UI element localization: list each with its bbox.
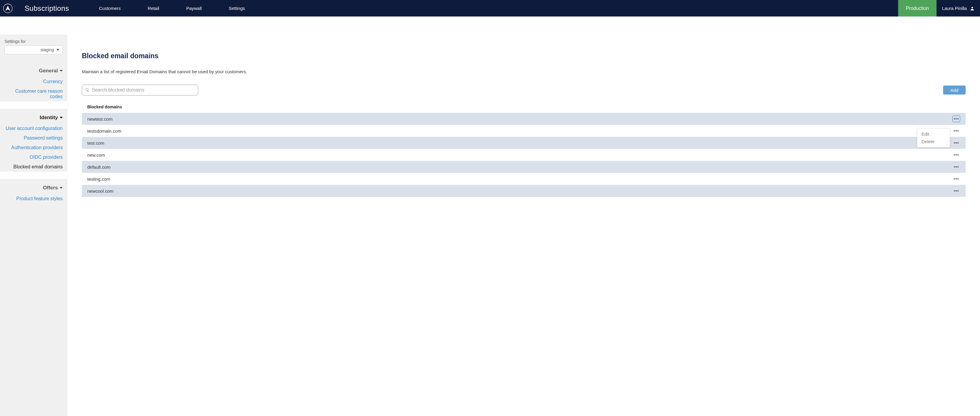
table-row: testsdomain.com ••• (82, 125, 966, 137)
sidebar-item-user-account-configuration[interactable]: User account configuration (0, 124, 67, 133)
page-title: Blocked email domains (82, 52, 966, 60)
table-row: new.com ••• (82, 149, 966, 161)
user-icon (970, 6, 975, 11)
row-actions-button[interactable]: ••• (952, 116, 960, 122)
sidebar-section-identity[interactable]: Identity (0, 108, 67, 124)
row-actions-button[interactable]: ••• (952, 175, 960, 182)
chevron-down-icon (56, 49, 59, 51)
settings-for-label: Settings for (0, 39, 67, 44)
table-row: test.com ••• (82, 137, 966, 149)
user-name: Laura Pinilla (942, 6, 967, 11)
sidebar-item-product-feature-styles[interactable]: Product feature styles (0, 194, 67, 204)
sidebar-section-identity-label: Identity (40, 115, 58, 121)
svg-point-1 (971, 6, 973, 8)
table-cell-domain: testsdomain.com (87, 129, 952, 134)
toolbar: Add (82, 84, 966, 96)
table-row: testing.com ••• (82, 173, 966, 185)
row-actions-button[interactable]: ••• (952, 128, 960, 134)
sidebar-item-blocked-email-domains[interactable]: Blocked email domains (0, 162, 67, 172)
table-row: newcool.com ••• (82, 185, 966, 197)
table-cell-domain: new.com (87, 153, 952, 158)
table-header-domain: Blocked domains (87, 104, 960, 109)
sidebar-item-password-settings[interactable]: Password settings (0, 133, 67, 143)
sidebar-item-oidc-providers[interactable]: OIDC providers (0, 153, 67, 162)
sidebar-item-authentication-providers[interactable]: Authentication providers (0, 143, 67, 153)
app-logo (3, 3, 13, 13)
nav-settings[interactable]: Settings (215, 0, 258, 16)
row-actions-button[interactable]: ••• (952, 164, 960, 170)
add-button[interactable]: Add (943, 86, 966, 94)
sidebar-section-general[interactable]: General (0, 62, 67, 77)
nav-paywall[interactable]: Paywall (173, 0, 215, 16)
sidebar-item-currency[interactable]: Currency (0, 77, 67, 86)
row-action-edit[interactable]: Edit (917, 130, 950, 138)
row-actions-menu: Edit Delete (917, 128, 950, 147)
table-cell-domain: default.com (87, 164, 952, 170)
chevron-down-icon (60, 187, 63, 189)
settings-env-select[interactable]: staging (5, 45, 63, 54)
primary-nav: Customers Retail Paywall Settings (86, 0, 258, 16)
row-actions-button[interactable]: ••• (952, 151, 960, 158)
chevron-down-icon (60, 117, 63, 118)
search-icon (85, 88, 89, 92)
settings-sidebar: Settings for staging General Currency Cu… (0, 35, 67, 416)
environment-badge[interactable]: Production (898, 0, 937, 16)
search-input-wrapper (82, 84, 198, 96)
nav-retail[interactable]: Retail (134, 0, 173, 16)
app-title: Subscriptions (25, 4, 69, 13)
sidebar-section-general-label: General (39, 68, 58, 74)
row-actions-button[interactable]: ••• (952, 188, 960, 194)
sidebar-section-offers-label: Offers (43, 185, 58, 191)
table-row: default.com ••• (82, 161, 966, 173)
table-cell-domain: newtest.com (87, 116, 952, 121)
table-cell-domain: newcool.com (87, 188, 952, 194)
row-actions-button[interactable]: ••• (952, 140, 960, 146)
settings-env-value: staging (40, 48, 54, 52)
table-cell-domain: test.com (87, 140, 952, 145)
table-header-row: Blocked domains (82, 104, 966, 113)
blocked-domains-table: Blocked domains newtest.com ••• testsdom… (82, 104, 966, 197)
table-cell-domain: testing.com (87, 177, 952, 182)
page-subtitle: Maintain a list of registered Email Doma… (82, 69, 966, 74)
main-content: Blocked email domains Maintain a list of… (67, 35, 980, 416)
sidebar-section-offers[interactable]: Offers (0, 179, 67, 194)
sidebar-item-customer-care-reason-codes[interactable]: Customer care reason codes (0, 86, 67, 102)
row-action-delete[interactable]: Delete (917, 138, 950, 145)
chevron-down-icon (60, 70, 63, 72)
nav-customers[interactable]: Customers (86, 0, 134, 16)
top-nav: Subscriptions Customers Retail Paywall S… (0, 0, 980, 16)
search-input[interactable] (92, 87, 195, 93)
table-row: newtest.com ••• (82, 113, 966, 125)
user-menu[interactable]: Laura Pinilla (937, 0, 980, 16)
